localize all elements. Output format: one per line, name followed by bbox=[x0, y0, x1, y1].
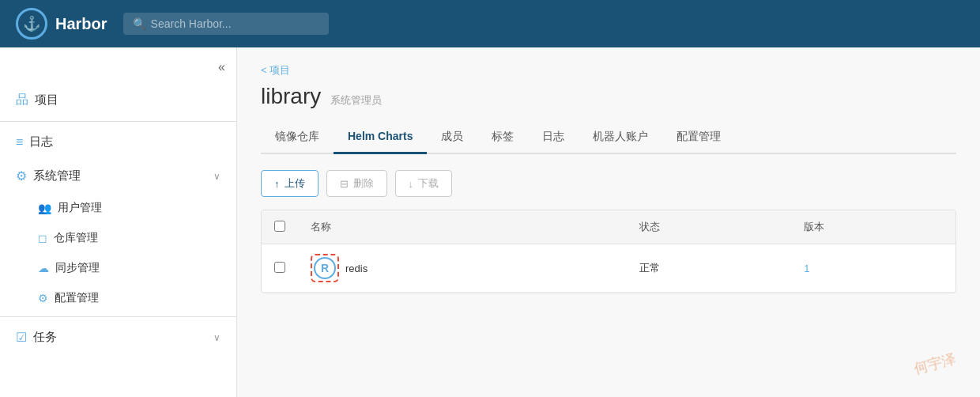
delete-icon: ⊟ bbox=[340, 178, 349, 190]
sidebar-divider bbox=[0, 121, 236, 122]
status-badge: 正常 bbox=[639, 262, 660, 274]
sidebar-item-label: 项目 bbox=[35, 93, 220, 108]
tab-config[interactable]: 配置管理 bbox=[662, 122, 735, 154]
chevron-down-icon-2: ∨ bbox=[213, 332, 220, 343]
config-mgmt-icon: ⚙ bbox=[38, 292, 48, 304]
download-button[interactable]: ↓ 下载 bbox=[395, 170, 453, 197]
sidebar-item-label: 系统管理 bbox=[33, 168, 207, 183]
row-checkbox[interactable] bbox=[274, 262, 285, 273]
table-row: R redis 正常 1 bbox=[262, 244, 956, 293]
upload-icon: ↑ bbox=[274, 178, 280, 190]
sidebar: « 品 项目 ≡ 日志 ⚙ 系统管理 ∨ 👥 用户管理 ◻ 仓库管理 ☁ 同步管… bbox=[0, 47, 237, 397]
version-link[interactable]: 1 bbox=[804, 263, 809, 274]
sidebar-item-tasks[interactable]: ☑ 任务 ∨ bbox=[0, 320, 236, 354]
tab-logs[interactable]: 日志 bbox=[528, 122, 579, 154]
collapse-btn[interactable]: « bbox=[0, 55, 236, 82]
tasks-icon: ☑ bbox=[16, 330, 27, 345]
chevron-down-icon: ∨ bbox=[213, 171, 220, 182]
app-title: Harbor bbox=[55, 15, 107, 33]
col-header-status: 状态 bbox=[627, 210, 791, 244]
sidebar-item-logs[interactable]: ≡ 日志 bbox=[0, 125, 236, 159]
sidebar-sub-label: 仓库管理 bbox=[54, 231, 98, 245]
redis-logo: R bbox=[314, 257, 336, 279]
logo-icon: ⚓ bbox=[16, 8, 47, 40]
sidebar-item-label: 任务 bbox=[33, 330, 207, 345]
sidebar-sub-label: 同步管理 bbox=[55, 261, 100, 275]
project-name: library bbox=[261, 84, 321, 109]
col-header-check bbox=[262, 210, 298, 244]
row-name-cell: R redis bbox=[298, 244, 627, 293]
logo: ⚓ Harbor bbox=[16, 8, 107, 40]
col-header-name: 名称 bbox=[298, 210, 627, 244]
table-header-row: 名称 状态 版本 bbox=[262, 210, 956, 244]
toolbar: ↑ 上传 ⊟ 删除 ↓ 下载 bbox=[261, 170, 956, 197]
system-icon: ⚙ bbox=[16, 168, 27, 183]
download-icon: ↓ bbox=[409, 178, 414, 190]
project-header: library 系统管理员 bbox=[261, 84, 956, 109]
sidebar-sub-label: 用户管理 bbox=[58, 201, 102, 215]
redis-cell: R redis bbox=[311, 254, 614, 282]
project-badge: 系统管理员 bbox=[330, 93, 382, 108]
sidebar-divider-2 bbox=[0, 316, 236, 317]
tab-image-repo[interactable]: 镜像仓库 bbox=[261, 122, 334, 154]
row-check-cell bbox=[262, 244, 298, 293]
sync-mgmt-icon: ☁ bbox=[38, 262, 49, 274]
sidebar-item-sync-mgmt[interactable]: ☁ 同步管理 bbox=[0, 253, 236, 283]
search-icon: 🔍 bbox=[133, 17, 146, 30]
tabs: 镜像仓库 Helm Charts 成员 标签 日志 机器人账户 配置管理 bbox=[261, 122, 956, 154]
logs-icon: ≡ bbox=[16, 135, 23, 149]
projects-icon: 品 bbox=[16, 92, 28, 108]
sidebar-item-repo-mgmt[interactable]: ◻ 仓库管理 bbox=[0, 223, 236, 253]
row-version-cell: 1 bbox=[791, 244, 956, 293]
helm-charts-table: 名称 状态 版本 R bbox=[261, 210, 956, 293]
search-bar[interactable]: 🔍 bbox=[123, 13, 329, 35]
redis-icon-wrapper: R bbox=[311, 254, 339, 282]
tab-members[interactable]: 成员 bbox=[427, 122, 477, 154]
breadcrumb[interactable]: < 项目 bbox=[261, 63, 956, 78]
redis-name[interactable]: redis bbox=[345, 263, 368, 274]
tab-helm-charts[interactable]: Helm Charts bbox=[334, 122, 427, 154]
tab-robots[interactable]: 机器人账户 bbox=[579, 122, 662, 154]
upload-button[interactable]: ↑ 上传 bbox=[261, 170, 318, 197]
sidebar-item-projects[interactable]: 品 项目 bbox=[0, 82, 236, 118]
main-layout: « 品 项目 ≡ 日志 ⚙ 系统管理 ∨ 👥 用户管理 ◻ 仓库管理 ☁ 同步管… bbox=[0, 47, 980, 397]
delete-button[interactable]: ⊟ 删除 bbox=[326, 170, 387, 197]
collapse-icon[interactable]: « bbox=[218, 60, 225, 74]
sidebar-item-user-mgmt[interactable]: 👥 用户管理 bbox=[0, 193, 236, 223]
user-mgmt-icon: 👥 bbox=[38, 202, 51, 214]
repo-mgmt-icon: ◻ bbox=[38, 232, 47, 244]
row-status-cell: 正常 bbox=[627, 244, 791, 293]
navbar: ⚓ Harbor 🔍 bbox=[0, 0, 980, 47]
sidebar-sub-label: 配置管理 bbox=[55, 291, 99, 305]
col-header-version: 版本 bbox=[791, 210, 956, 244]
select-all-checkbox[interactable] bbox=[274, 221, 285, 232]
sidebar-item-label: 日志 bbox=[29, 134, 220, 149]
tab-tags[interactable]: 标签 bbox=[477, 122, 528, 154]
search-input[interactable] bbox=[151, 17, 309, 30]
sidebar-item-config-mgmt[interactable]: ⚙ 配置管理 bbox=[0, 283, 236, 313]
content-area: < 项目 library 系统管理员 镜像仓库 Helm Charts 成员 标… bbox=[237, 47, 980, 397]
sidebar-item-system[interactable]: ⚙ 系统管理 ∨ bbox=[0, 159, 236, 193]
